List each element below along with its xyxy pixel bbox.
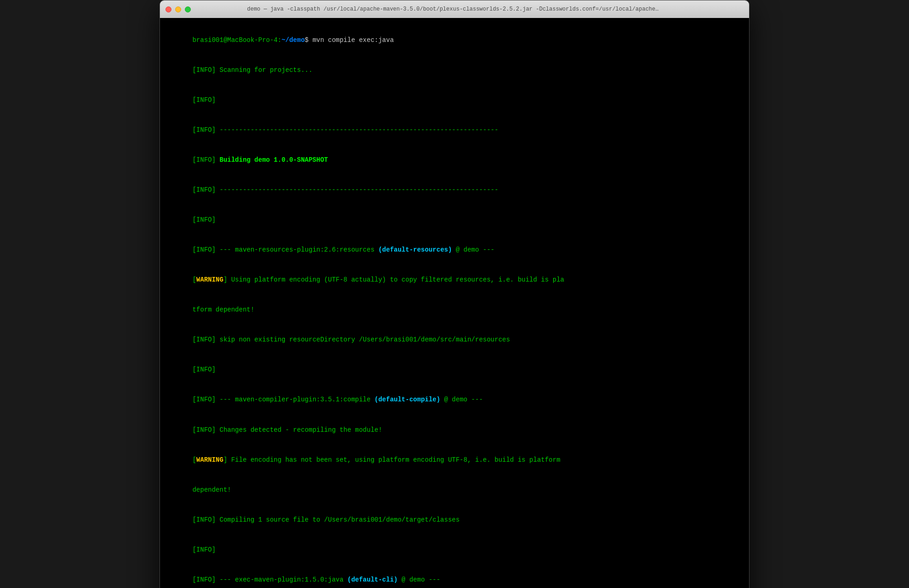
terminal-line: [INFO] Compiling 1 source file to /Users… [169,505,740,535]
terminal-line: [INFO] --- maven-resources-plugin:2.6:re… [169,235,740,265]
terminal-line: [INFO] ---------------------------------… [169,115,740,145]
terminal-line: dependent! [169,475,740,505]
terminal-body[interactable]: brasi001@MacBook-Pro-4:~/demo$ mvn compi… [160,18,749,588]
terminal-line: [INFO] [169,535,740,565]
terminal-window: demo — java -classpath /usr/local/apache… [159,0,750,588]
prompt-symbol: $ [305,36,313,44]
prompt-command: mvn compile exec:java [313,36,394,44]
terminal-line: [INFO] Building demo 1.0.0-SNAPSHOT [169,145,740,175]
maximize-button[interactable] [185,6,191,12]
terminal-line: [INFO] --- maven-compiler-plugin:3.5.1:c… [169,385,740,415]
terminal-line: [INFO] [169,205,740,235]
terminal-line: [INFO] ---------------------------------… [169,175,740,205]
traffic-lights [165,6,191,12]
terminal-line: [INFO] skip non existing resourceDirecto… [169,325,740,355]
close-button[interactable] [165,6,171,12]
titlebar: demo — java -classpath /usr/local/apache… [160,0,749,18]
terminal-line: tform dependent! [169,295,740,325]
window-title: demo — java -classpath /usr/local/apache… [247,6,662,12]
prompt-path: ~/demo [282,36,305,44]
prompt-line: brasi001@MacBook-Pro-4:~/demo$ mvn compi… [169,25,740,55]
minimize-button[interactable] [175,6,181,12]
terminal-line: [INFO] --- exec-maven-plugin:1.5.0:java … [169,565,740,588]
terminal-line: [WARNING] File encoding has not been set… [169,445,740,475]
terminal-line: [INFO] Changes detected - recompiling th… [169,415,740,445]
terminal-line: [INFO] Scanning for projects... [169,55,740,85]
terminal-line: [INFO] [169,85,740,115]
terminal-line: [WARNING] Using platform encoding (UTF-8… [169,265,740,295]
terminal-line: [INFO] [169,355,740,385]
prompt-user: brasi001@MacBook-Pro-4: [192,36,281,44]
